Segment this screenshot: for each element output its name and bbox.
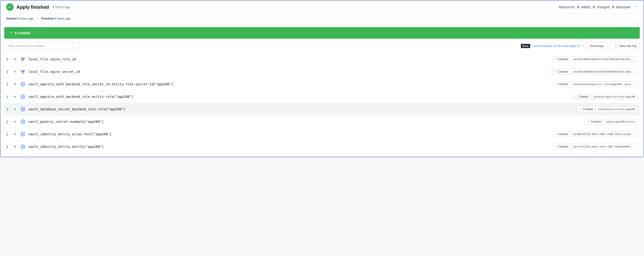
add-indicator: + bbox=[13, 82, 18, 87]
resource-name: vault_identity_entity.entity["app200"] bbox=[28, 145, 549, 148]
header-left: ✓ Apply finished 6 hours ago bbox=[6, 3, 70, 11]
add-indicator: + bbox=[13, 57, 18, 62]
created-bar: + 8 created bbox=[4, 27, 640, 39]
resource-name: vault_generic_secret.example["app200"] bbox=[28, 120, 582, 124]
destroyed-label: destroyed bbox=[616, 5, 630, 9]
resource-status-badge: ✓ Created id=347b48041dd67dc7154c5995dbf… bbox=[552, 56, 638, 62]
svg-text:▼: ▼ bbox=[22, 146, 24, 148]
success-icon: ✓ bbox=[6, 3, 14, 11]
resource-id: id=80236726-5827-e80f-f94b-592c1c6ad6... bbox=[570, 132, 638, 137]
table-row: ❯ + ▼ vault_identity_entity_alias.test["… bbox=[4, 128, 640, 140]
expand-chevron[interactable]: ❯ bbox=[6, 145, 10, 148]
view-raw-label: View raw log bbox=[619, 44, 636, 48]
svg-text:▼: ▼ bbox=[22, 108, 24, 111]
table-row: ❯ + ▼ vault_approle_auth_backend_role_se… bbox=[4, 78, 640, 91]
expand-chevron[interactable]: ❯ bbox=[6, 95, 10, 98]
expand-chevron[interactable]: ❯ bbox=[6, 132, 10, 136]
status-label: ✓ Created bbox=[572, 94, 591, 99]
resource-name: local_file.nginx_secret_id bbox=[28, 70, 549, 74]
svg-text:▼: ▼ bbox=[22, 121, 24, 123]
vault-icon: ▼ bbox=[20, 132, 26, 137]
resource-list: ❯ + local_file.nginx_role_id ✓ Created i… bbox=[0, 53, 644, 157]
add-indicator: + bbox=[13, 132, 18, 137]
resource-name: local_file.nginx_role_id bbox=[28, 57, 549, 61]
check-icon: ✓ bbox=[554, 132, 557, 136]
check-icon: ✓ bbox=[554, 145, 557, 148]
resource-status-badge: ✓ Created id=auth/approle/role/app200 bbox=[572, 94, 638, 100]
check-icon: ✓ bbox=[587, 120, 590, 123]
terraform-icon bbox=[20, 69, 26, 74]
check-icon: ✓ bbox=[580, 108, 582, 111]
header-right: Resources: 8 added, 0 changed, 0 destroy… bbox=[559, 4, 638, 10]
check-icon: ✓ bbox=[554, 58, 557, 61]
resource-id: id=347b48041dd67dc7154c5995dbfe9472ec... bbox=[570, 57, 638, 62]
resource-id: id=kv/app200/static bbox=[603, 119, 638, 124]
svg-text:▼: ▼ bbox=[22, 133, 24, 136]
resource-name: vault_approle_auth_backend_role.entity-r… bbox=[28, 95, 569, 99]
status-label: ✓ Created bbox=[552, 69, 570, 74]
resources-label: Resources: bbox=[559, 5, 576, 9]
resource-name: vault_approle_auth_backend_role_secret_i… bbox=[28, 82, 549, 86]
status-label: ✓ Created bbox=[577, 107, 596, 112]
svg-text:▼: ▼ bbox=[22, 96, 24, 98]
table-row: ❯ + ▼ vault_approle_auth_backend_role.en… bbox=[4, 91, 640, 103]
resource-name: vault_identity_entity_alias.test["app200… bbox=[28, 132, 549, 136]
resource-id: id=auth/approle/role/app200 bbox=[591, 94, 638, 99]
resource-status-badge: ✓ Created id=2ddc689842f87187b74d9d0767e… bbox=[552, 69, 638, 75]
collapse-icon[interactable]: ⌃ bbox=[632, 4, 638, 10]
view-raw-button[interactable]: 📄 View raw log bbox=[610, 42, 640, 50]
destroyed-count: 0 bbox=[612, 5, 614, 9]
resource-status-badge: ✓ Created id=80236726-5827-e80f-f94b-592… bbox=[552, 131, 638, 137]
add-indicator: + bbox=[13, 69, 18, 74]
started-label: Started bbox=[6, 17, 17, 20]
vault-icon: ▼ bbox=[20, 82, 26, 87]
show-logs-button[interactable]: Show logs bbox=[586, 42, 608, 50]
add-indicator: + bbox=[13, 119, 18, 124]
status-label: ✓ Created bbox=[552, 144, 570, 149]
breadcrumb: Started 6 hours ago > Finished 6 hours a… bbox=[0, 14, 644, 23]
changed-label: changed, bbox=[597, 5, 610, 9]
vault-icon: ▼ bbox=[20, 119, 26, 124]
resource-status-badge: ✓ Created id=f2fd1226-bb23-fe52-f987-5ba… bbox=[552, 144, 638, 149]
apply-status-title: Apply finished bbox=[16, 5, 49, 10]
status-label: ✓ Created bbox=[585, 119, 603, 124]
external-link-icon: ↗ bbox=[581, 44, 584, 47]
table-row: ❯ + ▼ vault_generic_secret.example["app2… bbox=[4, 116, 640, 128]
breadcrumb-separator: > bbox=[36, 17, 38, 20]
resource-id: id=2ddc689842f87187b74d9d0767ea0cc5b8... bbox=[570, 69, 638, 74]
resource-status-badge: ✓ Created id=backend=approle::role=app20… bbox=[552, 81, 638, 87]
check-icon: ✓ bbox=[575, 95, 577, 98]
toolbar: Beta Give feedback on the new Apply UI ↗… bbox=[0, 39, 644, 53]
expand-chevron[interactable]: ❯ bbox=[6, 70, 10, 73]
header: ✓ Apply finished 6 hours ago Resources: … bbox=[0, 1, 644, 14]
beta-badge: Beta bbox=[521, 44, 530, 48]
check-icon: ✓ bbox=[554, 70, 557, 73]
status-label: ✓ Created bbox=[552, 82, 570, 87]
table-row: ❯ + ▼ vault_database_secret_backend_role… bbox=[4, 103, 640, 116]
resource-name: vault_database_secret_backend_role.role[… bbox=[28, 107, 574, 111]
vault-icon: ▼ bbox=[20, 94, 26, 99]
filter-input[interactable] bbox=[4, 42, 80, 50]
expand-chevron[interactable]: ❯ bbox=[6, 58, 10, 61]
status-label: ✓ Created bbox=[552, 57, 570, 62]
expand-chevron[interactable]: ❯ bbox=[6, 108, 10, 111]
resource-status-badge: ✓ Created id=postgres/roles/app200 bbox=[577, 106, 638, 112]
expand-chevron[interactable]: ❯ bbox=[6, 83, 10, 86]
table-row: ❯ + local_file.nginx_secret_id ✓ Created… bbox=[4, 66, 640, 78]
finished-time: 6 hours ago bbox=[54, 17, 71, 20]
resource-status-badge: ✓ Created id=kv/app200/static bbox=[585, 119, 638, 124]
add-indicator: + bbox=[13, 107, 18, 112]
changed-count: 0 bbox=[593, 5, 595, 9]
terraform-icon bbox=[20, 57, 26, 62]
add-indicator: + bbox=[13, 94, 18, 99]
feedback-link[interactable]: Give feedback on the new Apply UI ↗ bbox=[532, 44, 583, 48]
resource-id: id=backend=approle::role=app200::acce... bbox=[570, 82, 638, 87]
resource-id: id=f2fd1226-bb23-fe52-f987-5ba4fd9953... bbox=[570, 144, 638, 149]
check-icon: ✓ bbox=[554, 83, 557, 86]
table-row: ❯ + local_file.nginx_role_id ✓ Created i… bbox=[4, 53, 640, 66]
expand-chevron[interactable]: ❯ bbox=[6, 120, 10, 123]
plus-icon: + bbox=[10, 31, 12, 35]
toolbar-right: Beta Give feedback on the new Apply UI ↗… bbox=[521, 42, 640, 50]
vault-icon: ▼ bbox=[20, 107, 26, 112]
add-indicator: + bbox=[13, 144, 18, 149]
